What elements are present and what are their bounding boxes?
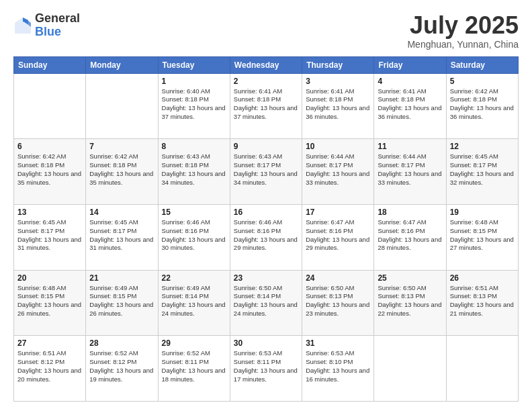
day-info: Sunrise: 6:50 AM Sunset: 8:13 PM Dayligh… xyxy=(306,284,370,318)
day-info: Sunrise: 6:46 AM Sunset: 8:16 PM Dayligh… xyxy=(162,218,226,253)
day-info: Sunrise: 6:48 AM Sunset: 8:15 PM Dayligh… xyxy=(17,284,82,318)
calendar-cell: 19Sunrise: 6:48 AM Sunset: 8:15 PM Dayli… xyxy=(446,204,518,270)
day-number: 23 xyxy=(234,273,298,283)
weekday-header: Tuesday xyxy=(158,56,230,73)
day-number: 22 xyxy=(162,273,226,283)
weekday-header-row: SundayMondayTuesdayWednesdayThursdayFrid… xyxy=(14,56,519,73)
day-number: 16 xyxy=(234,208,298,217)
calendar-cell: 31Sunrise: 6:53 AM Sunset: 8:10 PM Dayli… xyxy=(302,336,374,402)
day-info: Sunrise: 6:42 AM Sunset: 8:18 PM Dayligh… xyxy=(450,87,515,122)
calendar-cell: 14Sunrise: 6:45 AM Sunset: 8:17 PM Dayli… xyxy=(86,204,158,270)
day-number: 29 xyxy=(162,338,226,348)
calendar-cell: 22Sunrise: 6:49 AM Sunset: 8:14 PM Dayli… xyxy=(158,270,230,336)
calendar-cell: 5Sunrise: 6:42 AM Sunset: 8:18 PM Daylig… xyxy=(446,73,518,139)
day-info: Sunrise: 6:53 AM Sunset: 8:10 PM Dayligh… xyxy=(306,349,370,383)
day-info: Sunrise: 6:44 AM Sunset: 8:17 PM Dayligh… xyxy=(306,152,370,187)
day-info: Sunrise: 6:41 AM Sunset: 8:18 PM Dayligh… xyxy=(306,87,370,122)
day-number: 30 xyxy=(234,338,298,348)
calendar-cell: 13Sunrise: 6:45 AM Sunset: 8:17 PM Dayli… xyxy=(14,204,86,270)
day-info: Sunrise: 6:43 AM Sunset: 8:17 PM Dayligh… xyxy=(234,152,298,187)
calendar-cell: 28Sunrise: 6:52 AM Sunset: 8:12 PM Dayli… xyxy=(86,336,158,402)
weekday-header: Monday xyxy=(86,56,158,73)
calendar-cell: 29Sunrise: 6:52 AM Sunset: 8:11 PM Dayli… xyxy=(158,336,230,402)
calendar-cell: 2Sunrise: 6:41 AM Sunset: 8:18 PM Daylig… xyxy=(230,73,302,139)
day-info: Sunrise: 6:50 AM Sunset: 8:14 PM Dayligh… xyxy=(234,284,298,318)
title-block: July 2025 Menghuan, Yunnan, China xyxy=(407,12,519,50)
calendar-table: SundayMondayTuesdayWednesdayThursdayFrid… xyxy=(13,56,519,402)
calendar-cell xyxy=(446,336,518,402)
calendar-cell xyxy=(374,336,446,402)
day-number: 12 xyxy=(450,142,515,151)
day-number: 17 xyxy=(306,208,370,217)
logo-blue: Blue xyxy=(35,26,80,39)
day-info: Sunrise: 6:48 AM Sunset: 8:15 PM Dayligh… xyxy=(450,218,515,253)
day-number: 19 xyxy=(450,208,515,217)
day-info: Sunrise: 6:41 AM Sunset: 8:18 PM Dayligh… xyxy=(234,87,298,122)
day-number: 5 xyxy=(450,77,515,86)
day-number: 10 xyxy=(306,142,370,151)
day-number: 9 xyxy=(234,142,298,151)
calendar-cell: 12Sunrise: 6:45 AM Sunset: 8:17 PM Dayli… xyxy=(446,139,518,205)
calendar-cell: 17Sunrise: 6:47 AM Sunset: 8:16 PM Dayli… xyxy=(302,204,374,270)
calendar-week-row: 1Sunrise: 6:40 AM Sunset: 8:18 PM Daylig… xyxy=(14,73,519,139)
calendar-cell: 15Sunrise: 6:46 AM Sunset: 8:16 PM Dayli… xyxy=(158,204,230,270)
day-info: Sunrise: 6:51 AM Sunset: 8:13 PM Dayligh… xyxy=(450,284,515,318)
day-number: 3 xyxy=(306,77,370,86)
calendar-cell: 8Sunrise: 6:43 AM Sunset: 8:18 PM Daylig… xyxy=(158,139,230,205)
day-info: Sunrise: 6:49 AM Sunset: 8:15 PM Dayligh… xyxy=(89,284,154,318)
weekday-header: Wednesday xyxy=(230,56,302,73)
day-info: Sunrise: 6:42 AM Sunset: 8:18 PM Dayligh… xyxy=(17,152,82,187)
day-info: Sunrise: 6:53 AM Sunset: 8:11 PM Dayligh… xyxy=(234,349,298,383)
calendar-week-row: 13Sunrise: 6:45 AM Sunset: 8:17 PM Dayli… xyxy=(14,204,519,270)
day-info: Sunrise: 6:40 AM Sunset: 8:18 PM Dayligh… xyxy=(162,87,226,122)
calendar-cell: 18Sunrise: 6:47 AM Sunset: 8:16 PM Dayli… xyxy=(374,204,446,270)
location-subtitle: Menghuan, Yunnan, China xyxy=(407,39,519,50)
day-number: 4 xyxy=(378,77,442,86)
logo-general: General xyxy=(35,12,80,26)
day-number: 2 xyxy=(234,77,298,86)
day-number: 26 xyxy=(450,273,515,283)
calendar-cell: 21Sunrise: 6:49 AM Sunset: 8:15 PM Dayli… xyxy=(86,270,158,336)
day-info: Sunrise: 6:45 AM Sunset: 8:17 PM Dayligh… xyxy=(450,152,515,187)
day-number: 28 xyxy=(89,338,154,348)
calendar-cell: 6Sunrise: 6:42 AM Sunset: 8:18 PM Daylig… xyxy=(14,139,86,205)
day-number: 11 xyxy=(378,142,442,151)
calendar-week-row: 6Sunrise: 6:42 AM Sunset: 8:18 PM Daylig… xyxy=(14,139,519,205)
day-number: 1 xyxy=(162,77,226,86)
calendar-cell: 7Sunrise: 6:42 AM Sunset: 8:18 PM Daylig… xyxy=(86,139,158,205)
day-info: Sunrise: 6:50 AM Sunset: 8:13 PM Dayligh… xyxy=(378,284,442,318)
day-number: 6 xyxy=(17,142,82,151)
calendar-week-row: 27Sunrise: 6:51 AM Sunset: 8:12 PM Dayli… xyxy=(14,336,519,402)
logo-icon xyxy=(13,16,32,35)
calendar-cell: 16Sunrise: 6:46 AM Sunset: 8:16 PM Dayli… xyxy=(230,204,302,270)
day-info: Sunrise: 6:47 AM Sunset: 8:16 PM Dayligh… xyxy=(378,218,442,253)
day-number: 25 xyxy=(378,273,442,283)
day-number: 13 xyxy=(17,208,82,217)
day-number: 8 xyxy=(162,142,226,151)
calendar-cell xyxy=(14,73,86,139)
day-number: 15 xyxy=(162,208,226,217)
day-number: 14 xyxy=(89,208,154,217)
day-number: 27 xyxy=(17,338,82,348)
calendar-week-row: 20Sunrise: 6:48 AM Sunset: 8:15 PM Dayli… xyxy=(14,270,519,336)
day-info: Sunrise: 6:47 AM Sunset: 8:16 PM Dayligh… xyxy=(306,218,370,253)
calendar-cell: 4Sunrise: 6:41 AM Sunset: 8:18 PM Daylig… xyxy=(374,73,446,139)
day-info: Sunrise: 6:43 AM Sunset: 8:18 PM Dayligh… xyxy=(162,152,226,187)
weekday-header: Saturday xyxy=(446,56,518,73)
day-number: 7 xyxy=(89,142,154,151)
day-number: 20 xyxy=(17,273,82,283)
weekday-header: Sunday xyxy=(14,56,86,73)
day-info: Sunrise: 6:45 AM Sunset: 8:17 PM Dayligh… xyxy=(89,218,154,253)
logo: General Blue xyxy=(13,12,80,39)
calendar-cell: 20Sunrise: 6:48 AM Sunset: 8:15 PM Dayli… xyxy=(14,270,86,336)
calendar-cell: 30Sunrise: 6:53 AM Sunset: 8:11 PM Dayli… xyxy=(230,336,302,402)
calendar-cell: 1Sunrise: 6:40 AM Sunset: 8:18 PM Daylig… xyxy=(158,73,230,139)
day-info: Sunrise: 6:42 AM Sunset: 8:18 PM Dayligh… xyxy=(89,152,154,187)
day-number: 31 xyxy=(306,338,370,348)
calendar-cell: 10Sunrise: 6:44 AM Sunset: 8:17 PM Dayli… xyxy=(302,139,374,205)
calendar-cell xyxy=(86,73,158,139)
page: General Blue July 2025 Menghuan, Yunnan,… xyxy=(0,0,532,411)
calendar-cell: 24Sunrise: 6:50 AM Sunset: 8:13 PM Dayli… xyxy=(302,270,374,336)
day-info: Sunrise: 6:44 AM Sunset: 8:17 PM Dayligh… xyxy=(378,152,442,187)
calendar-cell: 25Sunrise: 6:50 AM Sunset: 8:13 PM Dayli… xyxy=(374,270,446,336)
